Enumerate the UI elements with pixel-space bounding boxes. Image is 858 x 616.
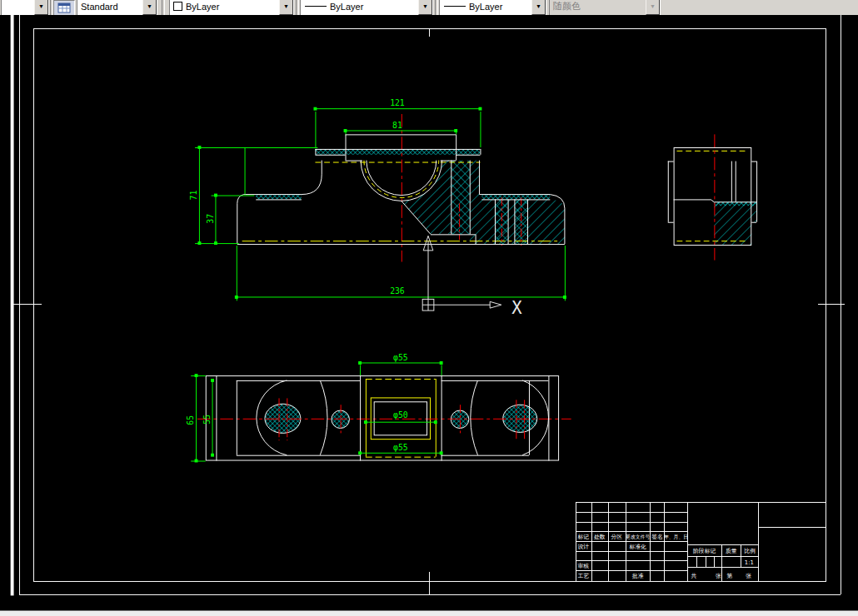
tb-sheet-total: 共 <box>691 573 697 579</box>
properties-toolbar: ▼ Standard ▼ ByLayer ▼ ByLayer ▼ <box>0 0 858 16</box>
ucs-x-arrowhead <box>490 301 501 308</box>
tb-stage-label: 阶段标记 <box>693 548 716 554</box>
tb-design-label: 设计 <box>578 544 590 550</box>
layer-combo[interactable]: ▼ <box>1 0 49 16</box>
chevron-down-icon[interactable]: ▼ <box>418 0 432 15</box>
chevron-down-icon[interactable]: ▼ <box>531 0 546 15</box>
tb-date-label: 年、月、日 <box>664 534 688 540</box>
lineweight-icon <box>444 6 466 7</box>
tb-weight-label: 质量 <box>726 548 737 554</box>
status-strip <box>0 610 858 616</box>
tb-check-label: 审核 <box>578 563 590 569</box>
dim-37: 37 <box>206 214 215 224</box>
plotstyle-combo: 随颜色 ▼ <box>549 0 661 16</box>
style-manager-icon <box>57 2 71 13</box>
dock-strip <box>11 15 14 595</box>
style-manager-button[interactable] <box>53 0 75 16</box>
side-view <box>668 134 757 260</box>
title-block: 标记 处数 分区 更改文件号 签名 年、月、日 设计 标准化 审核 工艺 批准 … <box>576 502 826 581</box>
color-combo[interactable]: ByLayer ▼ <box>169 0 294 16</box>
linetype-icon <box>305 6 327 7</box>
toolbar-separator <box>296 0 299 15</box>
dim-81: 81 <box>392 121 402 130</box>
tb-process-label: 工艺 <box>578 573 590 579</box>
tb-sheet-unit1: 张 <box>716 573 721 579</box>
toolbar-separator <box>162 0 165 15</box>
dim-236: 236 <box>390 286 405 296</box>
tb-sheet-unit2: 张 <box>746 573 751 579</box>
dim-dia55-top: φ55 <box>393 353 408 362</box>
tb-sheet-page: 第 <box>727 573 733 579</box>
tb-docno-label: 更改文件号 <box>626 534 650 539</box>
ucs-x-label: X <box>511 298 522 318</box>
tb-standardization-label: 标准化 <box>628 544 646 550</box>
chevron-down-icon: ▼ <box>646 0 660 15</box>
tb-mark-label: 标记 <box>577 534 590 540</box>
text-style-combo[interactable]: Standard ▼ <box>77 0 157 16</box>
dim-65: 65 <box>186 415 195 425</box>
ucs-icon <box>422 236 501 310</box>
plotstyle-value: 随颜色 <box>550 0 646 12</box>
toolbar-separator <box>435 0 438 15</box>
color-swatch-icon <box>173 2 182 11</box>
linetype-combo[interactable]: ByLayer ▼ <box>300 0 433 16</box>
tb-sign-label: 签名 <box>651 534 663 540</box>
tb-zone-label: 分区 <box>611 534 623 540</box>
text-style-value: Standard <box>77 2 142 12</box>
chevron-down-icon[interactable]: ▼ <box>34 0 48 15</box>
dim-71: 71 <box>189 191 198 201</box>
drawing-area[interactable]: 121 81 71 37 236 <box>0 15 858 610</box>
front-view: 121 81 71 37 236 <box>189 98 566 301</box>
dim-121: 121 <box>390 98 405 107</box>
lineweight-value: ByLayer <box>466 2 531 12</box>
dim-dia55-bottom: φ55 <box>393 443 408 452</box>
tb-count-label: 处数 <box>594 534 606 540</box>
color-value: ByLayer <box>182 2 279 12</box>
cad-drawing[interactable]: 121 81 71 37 236 <box>0 15 858 610</box>
tb-scale-value: 1:1 <box>745 559 754 566</box>
tb-scale-label: 比例 <box>744 548 756 554</box>
chevron-down-icon[interactable]: ▼ <box>142 0 157 15</box>
dim-55: 55 <box>202 415 212 425</box>
tb-approve-label: 批准 <box>632 573 644 579</box>
chevron-down-icon[interactable]: ▼ <box>279 0 293 15</box>
lineweight-combo[interactable]: ByLayer ▼ <box>439 0 546 16</box>
app-window: ▼ Standard ▼ ByLayer ▼ ByLayer ▼ <box>0 0 858 616</box>
dim-dia50: φ50 <box>393 410 408 420</box>
linetype-value: ByLayer <box>327 2 418 12</box>
plan-view: 65 55 φ55 φ50 φ55 <box>186 353 571 463</box>
